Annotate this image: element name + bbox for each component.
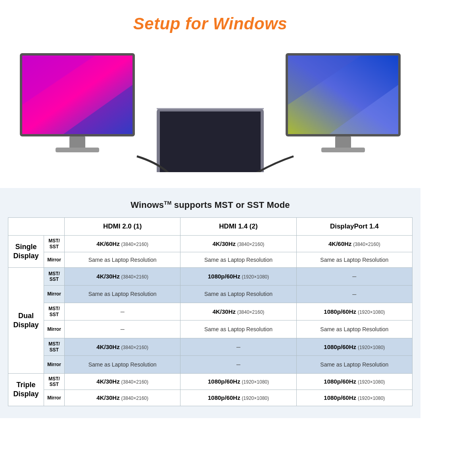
cell-d4-hdmi14: Same as Laptop Resolution bbox=[180, 321, 296, 338]
cell-d2-dp14: – bbox=[296, 285, 412, 303]
cell-d5-hdmi14: – bbox=[180, 338, 296, 355]
cell-d5-hdmi20: 4K/30Hz (3840×2160) bbox=[65, 338, 180, 355]
col-header-hdmi20: HDMI 2.0 (1) bbox=[65, 218, 180, 236]
table-row: SingleDisplay MST/SST 4K/60Hz (3840×2160… bbox=[8, 236, 413, 252]
cell-d3-hdmi20: – bbox=[65, 303, 180, 321]
table-row: MST/SST 4K/30Hz (3840×2160) – 1080p/60Hz… bbox=[8, 338, 413, 355]
category-dual: DualDisplay bbox=[8, 268, 44, 373]
cell-d6-hdmi20: Same as Laptop Resolution bbox=[65, 356, 180, 373]
page-wrapper: Setup for Windows bbox=[0, 0, 420, 418]
monitor-illustration bbox=[16, 45, 405, 172]
svg-rect-18 bbox=[335, 136, 351, 148]
mode-mst-sst: MST/SST bbox=[44, 236, 65, 252]
cell-s1-dp14: 4K/60Hz (3840×2160) bbox=[296, 236, 412, 252]
cell-d2-hdmi20: Same as Laptop Resolution bbox=[65, 285, 180, 303]
cell-d6-hdmi14: – bbox=[180, 356, 296, 373]
mode-mst-sst: MST/SST bbox=[44, 303, 65, 321]
svg-rect-5 bbox=[69, 136, 85, 148]
table-subtitle: WinowsTM supports MST or SST Mode bbox=[8, 200, 413, 210]
cell-d2-hdmi14: Same as Laptop Resolution bbox=[180, 285, 296, 303]
cell-s1-hdmi14: 4K/30Hz (3840×2160) bbox=[180, 236, 296, 252]
cell-s2-hdmi20: Same as Laptop Resolution bbox=[65, 252, 180, 268]
mode-mst-sst: MST/SST bbox=[44, 268, 65, 285]
cell-d5-dp14: 1080p/60Hz (1920×1080) bbox=[296, 338, 412, 355]
cell-d1-dp14: – bbox=[296, 268, 412, 285]
table-row: TripleDisplay MST/SST 4K/30Hz (3840×2160… bbox=[8, 373, 413, 390]
monitor-section bbox=[0, 41, 420, 184]
table-row: Mirror Same as Laptop Resolution Same as… bbox=[8, 252, 413, 268]
table-section: WinowsTM supports MST or SST Mode HDMI 2… bbox=[0, 188, 420, 418]
mode-mirror: Mirror bbox=[44, 252, 65, 268]
svg-rect-6 bbox=[56, 148, 99, 152]
cell-s2-hdmi14: Same as Laptop Resolution bbox=[180, 252, 296, 268]
cell-t2-hdmi14: 1080p/60Hz (1920×1080) bbox=[180, 390, 296, 406]
col-header-dp14: DisplayPort 1.4 bbox=[296, 218, 412, 236]
cell-t1-hdmi20: 4K/30Hz (3840×2160) bbox=[65, 373, 180, 390]
category-triple: TripleDisplay bbox=[8, 373, 44, 406]
table-row: MST/SST – 4K/30Hz (3840×2160) 1080p/60Hz… bbox=[8, 303, 413, 321]
table-row: Mirror – Same as Laptop Resolution Same … bbox=[8, 321, 413, 338]
mode-mst-sst: MST/SST bbox=[44, 338, 65, 355]
cell-t1-dp14: 1080p/60Hz (1920×1080) bbox=[296, 373, 412, 390]
mode-mst-sst: MST/SST bbox=[44, 373, 65, 390]
svg-rect-19 bbox=[321, 148, 365, 152]
mode-mirror: Mirror bbox=[44, 321, 65, 338]
cell-t2-hdmi20: 4K/30Hz (3840×2160) bbox=[65, 390, 180, 406]
cell-d1-hdmi14: 1080p/60Hz (1920×1080) bbox=[180, 268, 296, 285]
subtitle-winows: Winows bbox=[131, 200, 164, 210]
cell-t1-hdmi14: 1080p/60Hz (1920×1080) bbox=[180, 373, 296, 390]
mode-mirror: Mirror bbox=[44, 285, 65, 303]
cell-t2-dp14: 1080p/60Hz (1920×1080) bbox=[296, 390, 412, 406]
col-header-hdmi14: HDMI 1.4 (2) bbox=[180, 218, 296, 236]
table-row: Mirror 4K/30Hz (3840×2160) 1080p/60Hz (1… bbox=[8, 390, 413, 406]
mode-mirror: Mirror bbox=[44, 356, 65, 373]
table-row: DualDisplay MST/SST 4K/30Hz (3840×2160) … bbox=[8, 268, 413, 285]
category-single: SingleDisplay bbox=[8, 236, 44, 268]
cell-d4-dp14: Same as Laptop Resolution bbox=[296, 321, 412, 338]
header: Setup for Windows bbox=[0, 0, 420, 41]
trademark-symbol: TM bbox=[164, 200, 171, 206]
cell-s2-dp14: Same as Laptop Resolution bbox=[296, 252, 412, 268]
mode-mirror: Mirror bbox=[44, 390, 65, 406]
cell-d4-hdmi20: – bbox=[65, 321, 180, 338]
cell-s1-hdmi20: 4K/60Hz (3840×2160) bbox=[65, 236, 180, 252]
cell-d3-hdmi14: 4K/30Hz (3840×2160) bbox=[180, 303, 296, 321]
specs-table: HDMI 2.0 (1) HDMI 1.4 (2) DisplayPort 1.… bbox=[8, 217, 413, 406]
svg-rect-9 bbox=[160, 111, 261, 172]
subtitle-rest: supports MST or SST Mode bbox=[171, 200, 290, 210]
table-row: Mirror Same as Laptop Resolution – Same … bbox=[8, 356, 413, 373]
col-header-empty bbox=[8, 218, 65, 236]
page-title: Setup for Windows bbox=[0, 14, 420, 33]
cell-d3-dp14: 1080p/60Hz (1920×1080) bbox=[296, 303, 412, 321]
cell-d1-hdmi20: 4K/30Hz (3840×2160) bbox=[65, 268, 180, 285]
table-row: Mirror Same as Laptop Resolution Same as… bbox=[8, 285, 413, 303]
cell-d6-dp14: Same as Laptop Resolution bbox=[296, 356, 412, 373]
